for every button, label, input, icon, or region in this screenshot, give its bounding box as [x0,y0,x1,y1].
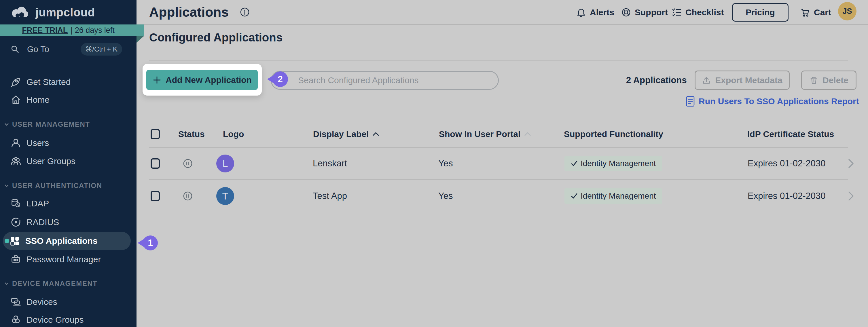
status-paused-icon [183,191,193,201]
add-new-application-button[interactable]: Add New Application [146,70,258,90]
sidebar-item-user-groups[interactable]: User Groups [0,152,136,170]
chevron-down-icon [3,281,10,287]
sidebar-section-device-management[interactable]: DEVICE MANAGEMENT [3,276,97,290]
search-input[interactable] [272,72,498,89]
display-label: Lenskart [313,158,347,169]
functionality-chip: Identity Management [564,188,662,204]
sidebar-item-label: Device Groups [27,315,84,325]
brand-name: jumpcloud [35,6,95,19]
sidebar-item-radius[interactable]: RADIUS [0,213,136,231]
show-in-portal-value: Yes [438,191,453,201]
banner-fold-decoration [136,36,144,43]
column-header-show-in-user-portal[interactable]: Show In User Portal [439,129,531,139]
sidebar-item-label: RADIUS [27,217,59,227]
trial-highlight: FREE TRIAL [22,26,68,35]
sidebar-item-label: LDAP [27,199,49,208]
row-checkbox[interactable] [151,158,160,169]
life-ring-icon [621,7,631,18]
column-header-logo[interactable]: Logo [223,129,244,139]
info-icon[interactable] [240,7,250,17]
search-field-wrap [271,71,499,90]
app-logo: T [216,187,234,205]
user-group-icon [10,156,21,167]
table-row[interactable]: L Lenskart Yes Identity Management Expir… [149,148,848,180]
sort-inactive-icon [524,132,531,137]
sidebar-item-label: Devices [27,297,57,307]
checklist-button[interactable]: Checklist [672,0,724,25]
sidebar-item-device-groups[interactable]: Device Groups [0,311,136,327]
sidebar-item-devices[interactable]: Devices [0,293,136,311]
devices-icon [10,296,21,307]
chevron-down-icon [3,121,10,128]
active-indicator-dot [5,239,9,243]
chevron-right-icon[interactable] [847,158,855,169]
export-metadata-button[interactable]: Export Metadata [694,70,790,90]
sidebar-section-user-authentication[interactable]: USER AUTHENTICATION [3,179,102,193]
cart-label: Cart [814,7,831,17]
sidebar-item-label: Get Started [27,77,70,87]
checklist-label: Checklist [685,7,724,17]
top-header: Applications Alerts Support [136,0,868,25]
table-row[interactable]: T Test App Yes Identity Management Expir… [149,180,848,212]
sidebar-item-users[interactable]: Users [0,134,136,152]
support-label: Support [635,7,668,17]
status-paused-icon [183,159,193,168]
sidebar-item-password-manager[interactable]: Password Manager [0,251,136,268]
sidebar-item-ldap[interactable]: LDAP [0,195,136,212]
check-icon [571,193,578,199]
section-subtitle: Configured Applications [149,31,282,44]
sidebar-item-home[interactable]: Home [0,91,136,109]
row-checkbox[interactable] [151,191,160,201]
pricing-button[interactable]: Pricing [732,3,788,22]
upload-icon [702,76,711,85]
goto-search[interactable]: Go To ⌘/Ctrl + K [0,43,136,56]
display-label: Test App [313,191,347,201]
radius-icon [10,217,21,228]
sidebar-item-label: SSO Applications [25,236,98,246]
jumpcloud-logo[interactable]: jumpcloud [8,2,95,23]
device-groups-icon [10,314,21,325]
column-header-supported-functionality[interactable]: Supported Functionality [564,129,663,139]
section-title: USER MANAGEMENT [12,120,90,128]
password-vault-icon [10,254,21,265]
cart-button[interactable]: Cart [800,0,831,25]
keyboard-shortcut-badge: ⌘/Ctrl + K [81,43,122,56]
sidebar-item-sso-applications[interactable]: SSO Applications [3,232,131,250]
trial-days-left: | 26 days left [70,26,115,35]
search-icon [10,44,20,54]
tutorial-step-1-badge: 1 [143,235,158,251]
sidebar-item-get-started[interactable]: Get Started [0,73,136,91]
add-button-label: Add New Application [165,75,252,85]
free-trial-banner[interactable]: FREE TRIAL | 26 days left [0,25,144,36]
functionality-chip: Identity Management [564,156,662,171]
column-header-idp-certificate-status[interactable]: IdP Certificate Status [747,129,834,139]
checklist-icon [672,7,682,18]
chevron-right-icon[interactable] [847,190,855,202]
sidebar-item-label: Users [27,138,49,148]
avatar[interactable]: JS [838,2,857,21]
report-document-icon [686,96,694,107]
chevron-down-icon [3,183,10,189]
rocket-icon [10,76,21,88]
certificate-status: Expires 01-02-2030 [748,191,826,201]
column-header-display-label[interactable]: Display Label [313,129,379,139]
support-button[interactable]: Support [621,0,668,25]
delete-button[interactable]: Delete [801,70,857,90]
main-content: Applications Alerts Support [136,0,868,327]
home-icon [10,94,21,105]
report-link-label: Run Users To SSO Applications Report [699,96,859,106]
sidebar-section-user-management[interactable]: USER MANAGEMENT [3,118,90,131]
alerts-label: Alerts [590,7,614,17]
column-header-status[interactable]: Status [178,129,205,139]
section-title: DEVICE MANAGEMENT [12,280,97,288]
jumpcloud-admin-console: jumpcloud Go To ⌘/Ctrl + K Get Started H… [0,0,868,327]
goto-label: Go To [27,44,49,54]
delete-label: Delete [823,75,848,85]
run-sso-report-link[interactable]: Run Users To SSO Applications Report [686,95,859,108]
alerts-button[interactable]: Alerts [576,0,614,25]
cloud-logo-icon [8,5,32,20]
ldap-database-icon [10,198,21,209]
export-label: Export Metadata [715,75,782,85]
trash-icon [809,76,818,85]
select-all-checkbox[interactable] [151,129,160,139]
